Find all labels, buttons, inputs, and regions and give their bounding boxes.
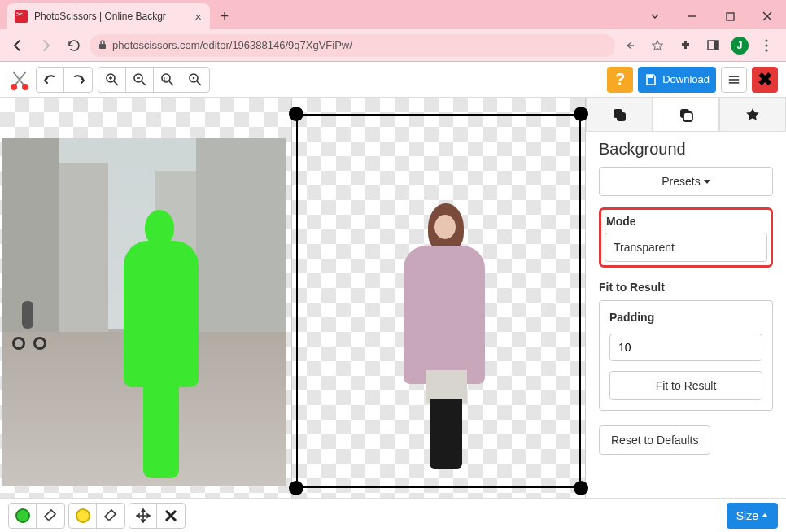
eraser-icon xyxy=(103,509,118,522)
undo-button[interactable] xyxy=(37,68,64,92)
mode-label: Mode xyxy=(606,215,767,228)
tab-close-icon[interactable]: × xyxy=(194,10,202,24)
tab-effects[interactable] xyxy=(719,98,786,131)
app-close-button[interactable]: ✖ xyxy=(752,67,778,93)
svg-point-11 xyxy=(22,84,28,90)
svg-text:1:1: 1:1 xyxy=(164,76,169,81)
mark-background-button[interactable] xyxy=(69,504,97,528)
layers-outline-icon xyxy=(678,107,694,123)
tab-foreground[interactable] xyxy=(586,98,653,131)
svg-line-17 xyxy=(142,81,146,85)
browser-tab[interactable]: PhotoScissors | Online Backgr × xyxy=(7,3,210,29)
crop-handle-bl[interactable] xyxy=(289,481,303,495)
clear-tool-button[interactable] xyxy=(157,504,185,528)
padding-input[interactable] xyxy=(609,334,762,361)
mark-foreground-button[interactable] xyxy=(9,504,37,528)
foreground-mask xyxy=(112,210,210,486)
crop-handle-tl[interactable] xyxy=(289,107,303,121)
window-maximize-icon[interactable] xyxy=(711,3,749,29)
app-menu-button[interactable] xyxy=(721,67,747,93)
eraser-icon xyxy=(43,509,58,522)
svg-rect-32 xyxy=(683,112,692,121)
svg-point-24 xyxy=(193,76,195,79)
layers-filled-icon xyxy=(611,107,627,123)
green-circle-icon xyxy=(15,508,30,523)
main-workspace: Background Presets Mode Transparent Fit … xyxy=(0,98,786,498)
side-panel-icon[interactable] xyxy=(703,36,723,55)
window-minimize-icon[interactable] xyxy=(674,3,711,29)
download-button[interactable]: Download xyxy=(638,67,716,93)
chevron-up-icon xyxy=(762,513,768,517)
bottom-toolbar: Size xyxy=(0,498,786,532)
crop-handle-br[interactable] xyxy=(574,481,588,495)
zoom-in-button[interactable] xyxy=(98,68,126,92)
move-tool-button[interactable] xyxy=(129,504,157,528)
redo-button[interactable] xyxy=(64,68,92,92)
side-tabs xyxy=(586,98,786,132)
svg-rect-1 xyxy=(727,13,734,20)
crop-handle-tr[interactable] xyxy=(574,107,588,121)
brush-size-button[interactable]: Size xyxy=(727,503,778,529)
mode-highlight: Mode Transparent xyxy=(599,207,773,268)
reset-defaults-button[interactable]: Reset to Defaults xyxy=(599,425,710,455)
side-panel: Background Presets Mode Transparent Fit … xyxy=(586,98,786,498)
padding-label: Padding xyxy=(609,311,762,324)
fit-to-result-button[interactable]: Fit to Result xyxy=(609,371,762,400)
zoom-group: 1:1 xyxy=(98,67,210,93)
zoom-original-button[interactable] xyxy=(181,68,209,92)
svg-line-23 xyxy=(197,81,201,85)
zoom-out-button[interactable] xyxy=(126,68,154,92)
source-image xyxy=(2,138,286,486)
help-button[interactable]: ? xyxy=(607,67,633,93)
background-heading: Background xyxy=(599,140,773,159)
presets-label: Presets xyxy=(662,175,700,188)
svg-point-8 xyxy=(765,44,767,46)
profile-avatar[interactable]: J xyxy=(731,37,749,55)
move-icon xyxy=(136,508,151,523)
erase-background-button[interactable] xyxy=(97,504,124,528)
size-label: Size xyxy=(736,509,758,522)
erase-foreground-button[interactable] xyxy=(37,504,64,528)
lock-icon xyxy=(98,39,107,52)
svg-point-7 xyxy=(765,39,767,41)
extensions-icon[interactable] xyxy=(675,36,695,55)
svg-line-13 xyxy=(114,81,118,85)
browser-address-bar: photoscissors.com/editor/196388146/9q7Xg… xyxy=(0,29,786,62)
yellow-circle-icon xyxy=(76,508,90,523)
tab-title: PhotoScissors | Online Backgr xyxy=(34,11,166,22)
url-field[interactable]: photoscissors.com/editor/196388146/9q7Xg… xyxy=(90,34,615,57)
share-icon[interactable] xyxy=(620,36,640,55)
url-text: photoscissors.com/editor/196388146/9q7Xg… xyxy=(112,39,352,51)
app-toolbar: 1:1 ? Download ✖ xyxy=(0,62,786,98)
fit-block: Padding Fit to Result xyxy=(599,300,773,411)
crop-frame[interactable] xyxy=(296,114,581,488)
zoom-fit-button[interactable]: 1:1 xyxy=(154,68,181,92)
star-icon[interactable] xyxy=(648,36,667,55)
svg-rect-30 xyxy=(617,112,626,121)
svg-line-20 xyxy=(169,81,173,85)
result-canvas[interactable] xyxy=(291,98,586,498)
reload-button[interactable] xyxy=(62,34,85,57)
presets-dropdown[interactable]: Presets xyxy=(599,167,773,196)
svg-rect-4 xyxy=(99,44,106,49)
window-caret-icon[interactable] xyxy=(636,3,674,29)
svg-point-9 xyxy=(765,49,767,51)
browser-menu-icon[interactable] xyxy=(757,36,776,55)
mode-select[interactable]: Transparent xyxy=(605,233,767,262)
back-button[interactable] xyxy=(7,34,29,57)
svg-point-10 xyxy=(11,84,17,90)
svg-rect-25 xyxy=(648,75,653,78)
forward-button[interactable] xyxy=(34,34,57,57)
app-logo[interactable] xyxy=(8,68,31,91)
tab-background[interactable] xyxy=(653,98,719,131)
source-canvas[interactable] xyxy=(0,98,291,498)
star-filled-icon xyxy=(745,107,761,123)
svg-rect-6 xyxy=(714,41,718,50)
chevron-down-icon xyxy=(704,180,710,184)
mode-value: Transparent xyxy=(614,241,675,254)
window-controls xyxy=(636,3,786,29)
tab-favicon xyxy=(15,10,28,23)
fit-heading: Fit to Result xyxy=(599,281,773,294)
window-close-icon[interactable] xyxy=(749,3,786,29)
new-tab-button[interactable]: + xyxy=(213,5,236,28)
